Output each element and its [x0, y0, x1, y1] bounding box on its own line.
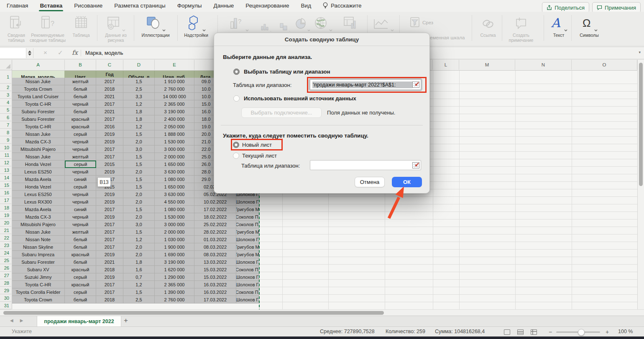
- ribbon-button-symbols[interactable]: ΩСимволы: [575, 14, 603, 38]
- cell-A22[interactable]: Nissan Juke: [12, 228, 65, 236]
- cell-C27[interactable]: 2018: [96, 266, 123, 273]
- cell-E14[interactable]: 3 630 000: [155, 168, 194, 176]
- cell-G24[interactable]: Тригубов М.: [236, 243, 259, 251]
- cell-B24[interactable]: белый: [65, 243, 96, 251]
- choose-connection-button[interactable]: Выбрать подключение...: [241, 107, 322, 118]
- cell-E12[interactable]: 2 000 000: [155, 153, 194, 161]
- cell-A13[interactable]: Honda Vezel: [12, 161, 65, 168]
- sheet-tab-active[interactable]: продажи январь-март 2022: [37, 316, 121, 327]
- cell-A4[interactable]: Toyota Land Cruiser: [12, 93, 65, 100]
- cell-E4[interactable]: 14 000 000: [155, 93, 194, 100]
- cell-E2[interactable]: 1 910 000: [155, 78, 194, 85]
- cell-D15[interactable]: 1,5: [123, 176, 155, 183]
- cell-A8[interactable]: Toyota C-HR: [12, 123, 65, 130]
- cell-G21[interactable]: Соколов П.: [236, 221, 259, 228]
- cell-E17[interactable]: 3 630 000: [155, 191, 194, 198]
- ribbon-button-add-ins[interactable]: Надстройки: [179, 14, 213, 38]
- cell-B12[interactable]: желтый: [65, 153, 96, 161]
- range-picker-icon[interactable]: [412, 82, 419, 88]
- row-header-21[interactable]: 21: [0, 227, 11, 234]
- cell-B8[interactable]: красный: [65, 123, 96, 130]
- cell-B20[interactable]: черный: [65, 213, 96, 221]
- cell-D28[interactable]: 0,7: [123, 273, 155, 281]
- row-header-26[interactable]: 26: [0, 264, 11, 272]
- cell-A5[interactable]: Toyota C-HR: [12, 100, 65, 108]
- range-input[interactable]: 'продажи январь-март 2022'!$A$1:: [310, 79, 421, 90]
- cell-C31[interactable]: 2018: [96, 296, 123, 303]
- row-header-13[interactable]: 13: [0, 166, 11, 174]
- row-header-12[interactable]: 12: [0, 159, 11, 166]
- ribbon-tab-Формулы[interactable]: Формулы: [176, 1, 203, 11]
- zoom-out-icon[interactable]: −: [549, 329, 552, 335]
- cell-D13[interactable]: 1,5: [123, 161, 155, 168]
- cell-C7[interactable]: 2017: [96, 115, 123, 123]
- row-header-29[interactable]: 29: [0, 287, 11, 294]
- ribbon-tab-Данные[interactable]: Данные: [213, 1, 235, 11]
- cell-D27[interactable]: 1,6: [123, 266, 155, 273]
- cell-G22[interactable]: Тригубов М.: [236, 228, 259, 236]
- cell-A24[interactable]: Nissan Skyline: [12, 243, 65, 251]
- ribbon-button-text[interactable]: AТекст: [549, 14, 569, 38]
- row-header-24[interactable]: 24: [0, 249, 11, 257]
- cell-C21[interactable]: 2017: [96, 221, 123, 228]
- placement-range-picker-icon[interactable]: [412, 162, 419, 168]
- cell-B14[interactable]: черный: [65, 168, 96, 176]
- cell-E15[interactable]: 1 080 000: [155, 176, 194, 183]
- ribbon-tab-Расскажите[interactable]: Расскажите: [322, 0, 362, 11]
- row-header-9[interactable]: 9: [0, 136, 11, 144]
- cell-C26[interactable]: 2021: [96, 258, 123, 266]
- cell-E7[interactable]: 2 400 000: [155, 115, 194, 123]
- cell-B11[interactable]: черный: [65, 145, 96, 153]
- cell-C12[interactable]: 2017: [96, 153, 123, 161]
- cell-D14[interactable]: 2,0: [123, 168, 155, 176]
- cell-E22[interactable]: 2 000 000: [155, 228, 194, 236]
- page-break-view-icon[interactable]: [531, 329, 537, 335]
- cell-B4[interactable]: белый: [65, 93, 96, 100]
- cell-E8[interactable]: 2 050 000: [155, 123, 194, 130]
- cell-G29[interactable]: Шолохов Г.: [236, 281, 259, 288]
- formula-bar-expand-icon[interactable]: ▾: [639, 50, 641, 54]
- zoom-level[interactable]: 100 %: [618, 329, 633, 334]
- cell-A11[interactable]: Mitsubishi Pajero: [12, 145, 65, 153]
- column-header-M[interactable]: M: [459, 60, 515, 70]
- cell-D7[interactable]: 1,8: [123, 115, 155, 123]
- cell-C23[interactable]: 2017: [96, 236, 123, 243]
- select-all-corner[interactable]: [0, 60, 12, 70]
- column-header-N[interactable]: N: [515, 60, 572, 70]
- cell-F25[interactable]: 08.03.2022: [194, 251, 236, 258]
- cell-C13[interactable]: 2015: [96, 161, 123, 168]
- row-header-15[interactable]: 15: [0, 181, 11, 189]
- name-box-stepper[interactable]: [26, 48, 33, 58]
- cell-E5[interactable]: 2 365 000: [155, 100, 194, 108]
- cell-D8[interactable]: 1,2: [123, 123, 155, 130]
- cell-C8[interactable]: 2016: [96, 123, 123, 130]
- cell-B17[interactable]: черный: [65, 191, 96, 198]
- cell-A15[interactable]: Mazda Axela: [12, 176, 65, 183]
- cell-D22[interactable]: 1,5: [123, 228, 155, 236]
- cell-D3[interactable]: 2,5: [123, 85, 155, 93]
- cell-C14[interactable]: 2019: [96, 168, 123, 176]
- cell-D23[interactable]: 1,2: [123, 236, 155, 243]
- cell-F30[interactable]: 16.03.2022: [194, 288, 236, 296]
- confirm-entry-icon[interactable]: ✓: [58, 49, 63, 56]
- add-sheet-icon[interactable]: +: [124, 316, 128, 325]
- cell-B6[interactable]: белый: [65, 108, 96, 115]
- cell-B31[interactable]: белый: [65, 296, 96, 303]
- cell-B15[interactable]: синий: [65, 176, 96, 183]
- cell-B18[interactable]: черный: [65, 198, 96, 206]
- cell-A30[interactable]: Toyota Corolla Fielder: [12, 288, 65, 296]
- column-header-O[interactable]: O: [572, 60, 637, 70]
- cell-F24[interactable]: 08.03.2022: [194, 243, 236, 251]
- row-header-22[interactable]: 22: [0, 234, 11, 242]
- cell-D4[interactable]: 3,3: [123, 93, 155, 100]
- cell-D19[interactable]: 1,5: [123, 206, 155, 213]
- row-header-20[interactable]: 20: [0, 219, 11, 227]
- cell-C22[interactable]: 2017: [96, 228, 123, 236]
- cell-E3[interactable]: 2 760 000: [155, 85, 194, 93]
- cell-A17[interactable]: Lexus ES250: [12, 191, 65, 198]
- row-header-17[interactable]: 17: [0, 196, 11, 204]
- prev-sheet-icon[interactable]: ◀: [10, 318, 13, 323]
- cell-F20[interactable]: 18.02.2022: [194, 213, 236, 221]
- cell-C5[interactable]: 2017: [96, 100, 123, 108]
- cell-F27[interactable]: 15.03.2022: [194, 266, 236, 273]
